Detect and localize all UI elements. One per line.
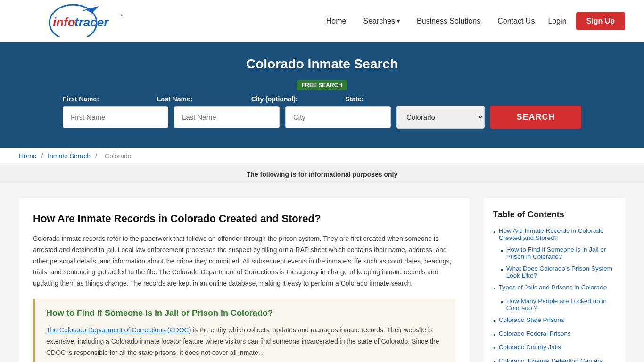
city-label: City (optional): (251, 95, 340, 103)
breadcrumb: Home / Inmate Search / Colorado (0, 148, 644, 165)
state-select[interactable]: Colorado Alabama Alaska Arizona Arkansas… (396, 106, 485, 129)
toc-link-2[interactable]: How to Find if Someone is in Jail or Pri… (506, 246, 616, 260)
cdoc-link[interactable]: The Colorado Department of Corrections (… (46, 326, 191, 334)
state-label: State: (346, 95, 461, 103)
search-form: FREE SEARCH First Name: Last Name: City … (63, 80, 581, 129)
main-content: How Are Inmate Records in Colorado Creat… (0, 184, 644, 362)
list-item: ▪ How to Find if Someone is in Jail or P… (493, 246, 616, 260)
toc-link-6[interactable]: Colorado State Prisons (499, 316, 564, 323)
first-name-input[interactable] (63, 106, 168, 128)
list-item: ▪ Colorado Juvenile Detention Centers (493, 357, 616, 362)
free-search-badge: FREE SEARCH (297, 80, 347, 90)
svg-text:™: ™ (119, 14, 124, 19)
sub-heading: How to Find if Someone is in Jail or Pri… (46, 308, 444, 318)
toc-link-4[interactable]: Types of Jails and Prisons in Colorado (499, 284, 607, 291)
last-name-input[interactable] (174, 106, 280, 128)
list-item: ▪ How Are Inmate Records in Colorado Cre… (493, 227, 616, 241)
list-item: ▪ Types of Jails and Prisons in Colorado (493, 284, 616, 293)
list-item: ▪ What Does Colorado's Prison System Loo… (493, 265, 616, 279)
form-labels: First Name: Last Name: City (optional): … (63, 95, 581, 103)
list-item: ▪ Colorado Federal Prisons (493, 330, 616, 339)
list-item: ▪ How Many People are Locked up in Color… (493, 297, 616, 312)
bullet-icon: ▪ (493, 228, 496, 236)
sub-paragraph: The Colorado Department of Corrections (… (46, 325, 444, 358)
first-name-label: First Name: (63, 95, 151, 103)
breadcrumb-sep1: / (41, 152, 45, 160)
hero-section: Colorado Inmate Search FREE SEARCH First… (0, 42, 644, 148)
nav-login[interactable]: Login (548, 17, 566, 25)
bullet-icon: ▪ (493, 330, 496, 339)
hero-title: Colorado Inmate Search (19, 57, 625, 72)
nav-contact-us[interactable]: Contact Us (494, 15, 538, 28)
toc-link-9[interactable]: Colorado Juvenile Detention Centers (499, 357, 603, 362)
article-paragraph-1: Colorado inmate records refer to the pap… (33, 233, 455, 289)
bullet-icon: ▪ (493, 317, 496, 325)
logo[interactable]: info tracer ™ (19, 4, 127, 38)
notice-bar: The following is for informational purpo… (0, 165, 644, 184)
list-item: ▪ Colorado State Prisons (493, 316, 616, 325)
toc-link-7[interactable]: Colorado Federal Prisons (499, 330, 571, 337)
toc-link-5[interactable]: How Many People are Locked up in Colorad… (506, 297, 616, 312)
bullet-icon: ▪ (493, 358, 496, 362)
toc-link-3[interactable]: What Does Colorado's Prison System Look … (506, 265, 616, 279)
last-name-label: Last Name: (157, 95, 246, 103)
toc-link-8[interactable]: Colorado County Jails (499, 344, 561, 351)
city-input[interactable] (285, 106, 391, 128)
article-area: How Are Inmate Records in Colorado Creat… (19, 198, 470, 362)
toc-list: ▪ How Are Inmate Records in Colorado Cre… (493, 227, 616, 362)
logo-svg: info tracer ™ (19, 4, 127, 37)
search-button[interactable]: SEARCH (490, 106, 581, 129)
breadcrumb-home[interactable]: Home (19, 152, 36, 160)
bullet-icon: ▪ (493, 344, 496, 353)
bullet-icon: ▪ (501, 265, 504, 274)
bullet-icon: ▪ (501, 247, 504, 255)
list-item: ▪ Colorado County Jails (493, 344, 616, 353)
bullet-icon: ▪ (493, 284, 496, 293)
toc-link-1[interactable]: How Are Inmate Records in Colorado Creat… (499, 227, 616, 241)
form-inputs: Colorado Alabama Alaska Arizona Arkansas… (63, 106, 581, 129)
nav-business-solutions[interactable]: Business Solutions (413, 15, 484, 28)
svg-text:tracer: tracer (74, 15, 109, 29)
table-of-contents-sidebar: Table of Contents ▪ How Are Inmate Recor… (484, 198, 625, 362)
svg-text:info: info (53, 15, 75, 29)
main-nav: Home Searches ▾ Business Solutions Conta… (322, 12, 625, 30)
site-header: info tracer ™ Home Searches ▾ Business S… (0, 0, 644, 42)
article-heading: How Are Inmate Records in Colorado Creat… (33, 213, 455, 225)
bullet-icon: ▪ (501, 298, 504, 306)
sub-section: How to Find if Someone is in Jail or Pri… (33, 299, 455, 362)
breadcrumb-sep2: / (95, 152, 99, 160)
nav-home[interactable]: Home (322, 15, 350, 28)
nav-signup-button[interactable]: Sign Up (576, 12, 625, 30)
chevron-down-icon: ▾ (397, 18, 400, 25)
nav-searches[interactable]: Searches ▾ (359, 15, 404, 28)
breadcrumb-inmate-search[interactable]: Inmate Search (48, 152, 91, 160)
breadcrumb-state: Colorado (105, 152, 132, 160)
toc-title: Table of Contents (493, 210, 616, 220)
